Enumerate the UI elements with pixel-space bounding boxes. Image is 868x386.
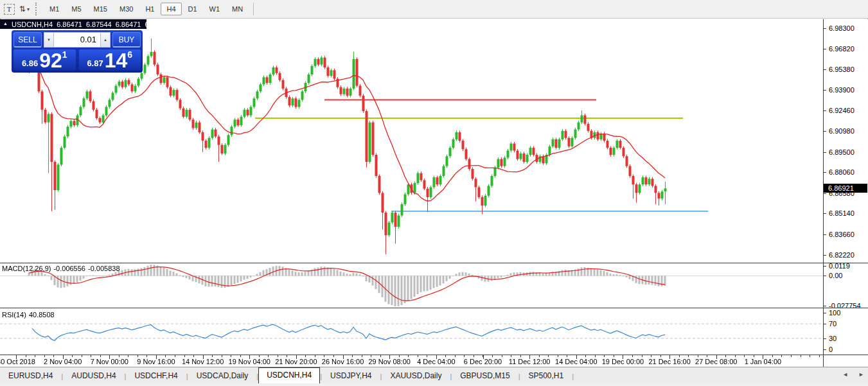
chart-tab-bar: EURUSD,H4|AUDUSD,H4|USDCHF,H4|USDCAD,Dai… <box>0 367 868 383</box>
time-axis-label: 21 Dec 16:00 <box>648 358 690 365</box>
collapse-panel-icon[interactable]: ▲ <box>3 21 8 26</box>
ohlc-open: 6.86471 <box>57 21 82 28</box>
buy-price-sup: 6 <box>127 49 132 60</box>
buy-button[interactable]: BUY <box>112 32 141 48</box>
time-axis-label: 6 Dec 20:00 <box>464 358 502 365</box>
tab-separator: | <box>572 373 574 383</box>
sell-price-big: 92 <box>39 51 62 70</box>
volume-input[interactable]: 0.01 <box>54 32 100 48</box>
rsi-axis-label: 0 <box>829 346 833 353</box>
toolbar-separator <box>253 3 254 15</box>
timeframe-button-m5[interactable]: M5 <box>66 3 87 15</box>
price-axis-label: 6.90980 <box>829 127 855 135</box>
macd-label: MACD(12,26,9)-0.006556-0.005838 <box>2 265 123 272</box>
chart-tab-sp500-h1[interactable]: SP500,H1 <box>520 369 572 383</box>
price-axis-label: 6.88060 <box>829 168 855 176</box>
timeframe-button-h4[interactable]: H4 <box>161 3 181 15</box>
arrange-windows-button[interactable]: ⇅ ▾ <box>17 3 31 15</box>
pane-border-main-macd[interactable] <box>0 263 868 263</box>
chart-symbol-label: USDCNH,H4 <box>12 21 53 28</box>
time-axis-label: 11 Dec 12:00 <box>509 358 551 365</box>
time-axis-label: 19 Dec 00:00 <box>602 358 644 365</box>
tab-scroll-controls: ◄ ► <box>842 371 864 378</box>
mt4-window: T ⇅ ▾ M1M5M15M30H1H4D1W1MN ▲ USDCNH,H4 6… <box>0 0 868 386</box>
time-axis-label: 7 Nov 00:00 <box>91 358 128 365</box>
buy-price-prefix: 6.87 <box>87 58 103 68</box>
time-axis-label: 2 Nov 04:00 <box>44 358 82 365</box>
current-price-tag: 6.86921 <box>824 184 867 193</box>
time-axis-label: 1 Jan 04:00 <box>745 358 782 365</box>
price-axis-label: 6.92460 <box>829 107 855 114</box>
price-axis-label: 6.96820 <box>829 45 855 53</box>
price-axis-label: 6.95380 <box>829 66 855 73</box>
chart-title-bar: ▲ USDCNH,H4 6.86471 6.87544 6.86471 6.86… <box>0 19 146 29</box>
price-axis-label: 6.98300 <box>829 24 855 32</box>
time-axis-label: 19 Nov 04:00 <box>229 358 270 365</box>
buy-price[interactable]: 6.87 14 6 <box>79 49 141 71</box>
sell-button[interactable]: SELL <box>13 32 42 48</box>
one-click-trading-panel: SELL ▾ 0.01 ▴ BUY 6.86 92 1 6.87 14 6 <box>12 30 143 73</box>
text-tool-button[interactable]: T <box>2 3 16 15</box>
chart-tab-usdcnh-h4[interactable]: USDCNH,H4 <box>258 367 320 383</box>
price-axis-label: 6.93900 <box>829 86 855 94</box>
price-axis-label: 6.89500 <box>829 148 855 156</box>
chart-tab-usdchf-h4[interactable]: USDCHF,H4 <box>126 369 186 383</box>
price-axis-label: 6.82220 <box>829 251 855 259</box>
rsi-axis-label: 100 <box>829 309 840 317</box>
timeframe-button-m30[interactable]: M30 <box>114 3 139 15</box>
timeframe-button-m15[interactable]: M15 <box>88 3 113 15</box>
volume-stepper: ▾ 0.01 ▴ <box>44 32 111 48</box>
timeframe-button-w1[interactable]: W1 <box>204 3 226 15</box>
timeframe-button-mn[interactable]: MN <box>226 3 249 15</box>
timeframe-button-d1[interactable]: D1 <box>182 3 203 15</box>
price-axis-label: 6.83660 <box>829 231 855 238</box>
chart-tab-usdcad-daily[interactable]: USDCAD,Daily <box>188 369 257 383</box>
chevron-down-icon: ▾ <box>27 6 30 12</box>
chart-tab-audusd-h4[interactable]: AUDUSD,H4 <box>63 369 124 383</box>
time-axis-label: 14 Nov 12:00 <box>182 358 224 365</box>
text-tool-icon: T <box>4 4 15 15</box>
sell-price-prefix: 6.86 <box>22 58 38 68</box>
time-axis-label: 27 Dec 08:00 <box>695 358 737 365</box>
chart-area: ▲ USDCNH,H4 6.86471 6.87544 6.86471 6.86… <box>0 19 868 367</box>
chart-tab-xauusd-daily[interactable]: XAUUSD,Daily <box>382 369 450 383</box>
sell-price-sup: 1 <box>62 49 67 60</box>
arrange-icon: ⇅ <box>19 4 26 13</box>
macd-axis-label: 0.00 <box>829 272 842 279</box>
time-axis-label: 30 Oct 2018 <box>0 358 35 365</box>
time-axis-label: 9 Nov 16:00 <box>137 358 175 365</box>
time-axis-label: 26 Nov 16:00 <box>322 358 364 365</box>
top-toolbar: T ⇅ ▾ M1M5M15M30H1H4D1W1MN <box>0 0 868 19</box>
chart-tab-eurusd-h4[interactable]: EURUSD,H4 <box>0 369 61 383</box>
timeframe-toolbar: M1M5M15M30H1H4D1W1MN <box>44 3 249 15</box>
ohlc-high: 6.87544 <box>86 21 112 28</box>
volume-decrease-button[interactable]: ▾ <box>44 32 54 48</box>
pane-border-macd-rsi[interactable] <box>0 308 868 308</box>
time-axis-label: 21 Nov 20:00 <box>275 358 317 365</box>
pane-border-rsi-time <box>0 355 868 355</box>
time-axis-label: 29 Nov 08:00 <box>368 358 410 365</box>
buy-price-big: 14 <box>105 51 128 70</box>
tab-scroll-left-button[interactable]: ◄ <box>842 371 848 378</box>
time-axis-label: 4 Dec 04:00 <box>417 358 455 365</box>
rsi-axis-label: 30 <box>829 335 837 342</box>
volume-increase-button[interactable]: ▴ <box>100 32 111 48</box>
tab-scroll-right-button[interactable]: ► <box>858 371 864 378</box>
chart-tab-usdjpy-h4[interactable]: USDJPY,H4 <box>322 369 380 383</box>
rsi-axis-label: 70 <box>829 320 837 328</box>
toolbar-grip[interactable] <box>35 3 39 15</box>
sell-price[interactable]: 6.86 92 1 <box>13 49 76 71</box>
timeframe-button-m1[interactable]: M1 <box>44 3 65 15</box>
ohlc-close: 6.86921 <box>145 21 170 28</box>
chart-tab-gbpusd-m15[interactable]: GBPUSD,M15 <box>452 369 518 383</box>
ohlc-low: 6.86471 <box>116 21 141 28</box>
rsi-label: RSI(14)40.8508 <box>2 311 57 319</box>
timeframe-button-h1[interactable]: H1 <box>139 3 160 15</box>
time-axis-label: 14 Dec 04:00 <box>555 358 597 365</box>
price-axis-border <box>823 19 824 367</box>
price-axis-label: 6.85140 <box>829 209 855 217</box>
